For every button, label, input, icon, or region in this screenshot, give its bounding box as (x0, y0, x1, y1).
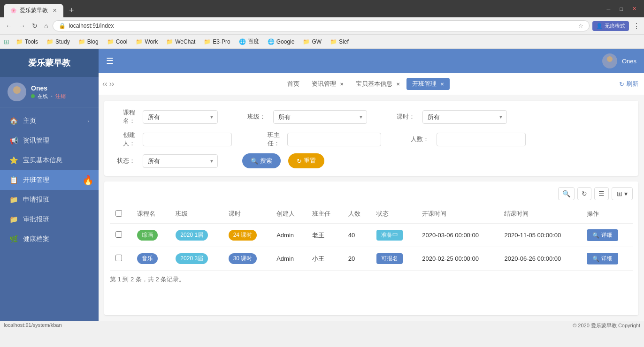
bookmark-work[interactable]: 📁 Work (132, 38, 161, 46)
course-filter-label: 课程名： (112, 108, 135, 125)
header-username: Ones (622, 58, 636, 65)
cell-start-0: 2020-03-06 00:00:00 (416, 223, 498, 247)
breadcrumb-back-button[interactable]: ‹‹ (102, 80, 107, 88)
table-toolbar: 🔍 ↻ ☰ ⊞ ▾ (110, 187, 633, 200)
bookmark-tools[interactable]: 📁 Tools (12, 38, 42, 46)
class-filter-label: 班级： (242, 113, 266, 121)
news-icon: 📢 (9, 136, 18, 145)
col-course: 课程名 (131, 205, 170, 223)
status-label: 在线 (38, 93, 48, 100)
bookmark-slef[interactable]: 📁 Slef (326, 38, 353, 46)
teacher-input[interactable] (287, 133, 381, 146)
tab-close-icon[interactable]: ✕ (53, 8, 57, 14)
select-all-checkbox[interactable] (115, 210, 122, 217)
reset-button[interactable]: ↻ 重置 (288, 153, 324, 168)
close-button[interactable]: ✕ (629, 5, 640, 13)
bookmark-google[interactable]: 🌐 Google (264, 38, 299, 46)
menu-label: 审批报班 (23, 215, 49, 224)
list-view-button[interactable]: ☰ (594, 187, 609, 200)
reload-button[interactable]: ↻ (30, 21, 39, 30)
bookmark-label: Blog (87, 38, 99, 45)
course-select[interactable]: 所有 (143, 110, 218, 124)
home-icon: 🏠 (9, 117, 18, 125)
bookmark-label: E3-Pro (213, 38, 230, 45)
browser-tab[interactable]: 🌸 爱乐蒙早教 ✕ (4, 4, 63, 17)
detail-button-0[interactable]: 🔍详细 (587, 229, 618, 241)
sidebar-item-apply[interactable]: 📁 申请报班 (0, 190, 99, 210)
class-select[interactable]: 所有 (273, 110, 367, 124)
lesson-tag-1: 30 课时 (229, 253, 257, 264)
row-checkbox-0[interactable] (115, 231, 122, 238)
count-input[interactable] (437, 133, 526, 146)
bookmark-baidu[interactable]: 🌐 百度 (235, 37, 263, 46)
cell-end-1: 2020-06-26 00:00:00 (498, 247, 581, 271)
refresh-tool-button[interactable]: ↻ (577, 187, 591, 200)
class-select-wrap: 所有 (273, 110, 367, 124)
sidebar-item-health[interactable]: 🌿 健康档案 (0, 229, 99, 249)
reset-btn-label: 重置 (304, 157, 316, 165)
breadcrumb-baby[interactable]: 宝贝基本信息 ✕ (350, 78, 406, 90)
col-status: 状态 (371, 205, 416, 223)
lesson-select[interactable]: 所有 (422, 110, 507, 124)
browser-menu-icon[interactable]: ⋮ (633, 22, 640, 30)
back-button[interactable]: ← (4, 21, 14, 30)
grid-view-button[interactable]: ⊞ ▾ (612, 187, 633, 200)
bookmark-gw[interactable]: 📁 GW (299, 38, 325, 46)
sidebar-item-class[interactable]: 📋 开班管理 🔥 (0, 170, 99, 190)
logout-button[interactable]: 注销 (55, 93, 66, 100)
bookmark-study[interactable]: 📁 Study (43, 38, 74, 46)
svg-point-3 (605, 63, 614, 68)
sidebar-user-section: Ones 在线 • 注销 (0, 77, 99, 107)
breadcrumb-news[interactable]: 资讯管理 ✕ (306, 78, 349, 90)
bookmark-wechat[interactable]: 📁 WeChat (162, 38, 199, 46)
breadcrumb-baby-close-icon[interactable]: ✕ (396, 82, 400, 87)
cell-action-1: 🔍详细 (581, 247, 633, 271)
status-select[interactable]: 所有 (143, 154, 218, 168)
bookmark-star-icon[interactable]: ☆ (578, 23, 583, 29)
tab-favicon: 🌸 (10, 8, 17, 14)
new-tab-button[interactable]: + (65, 4, 78, 17)
bookmark-e3pro[interactable]: 📁 E3-Pro (200, 38, 234, 46)
minimize-button[interactable]: ─ (603, 5, 614, 13)
fire-icon: 🔥 (82, 174, 94, 186)
svg-point-0 (13, 86, 21, 94)
bookmark-blog[interactable]: 📁 Blog (75, 38, 102, 46)
cell-status-0: 准备中 (371, 223, 416, 247)
status-filter-label: 状态： (112, 157, 135, 165)
breadcrumb-news-label: 资讯管理 (312, 80, 336, 88)
folder-icon: 📁 (166, 38, 173, 45)
bookmark-label: Tools (25, 38, 38, 45)
maximize-button[interactable]: □ (616, 5, 627, 13)
health-icon: 🌿 (9, 235, 18, 243)
cell-course-1: 音乐 (131, 247, 170, 271)
refresh-button[interactable]: ↻ 刷新 (613, 77, 644, 91)
apply-icon: 📁 (9, 196, 18, 204)
search-button[interactable]: 🔍 搜索 (242, 153, 281, 168)
bookmarks-apps-icon[interactable]: ⊞ (4, 38, 9, 45)
search-tool-button[interactable]: 🔍 (558, 187, 575, 200)
sidebar-item-approve[interactable]: 📁 审批报班 (0, 210, 99, 229)
hamburger-icon[interactable]: ☰ (106, 56, 114, 66)
breadcrumb-class-close-icon[interactable]: ✕ (440, 82, 444, 87)
breadcrumb-news-close-icon[interactable]: ✕ (340, 82, 344, 87)
breadcrumb-home[interactable]: 首页 (282, 78, 305, 90)
cell-start-1: 2020-02-25 00:00:00 (416, 247, 498, 271)
incognito-icon: 👤 (596, 23, 603, 29)
forward-button[interactable]: → (17, 21, 27, 30)
status-select-wrap: 所有 (143, 154, 218, 168)
incognito-button[interactable]: 👤 无痕模式 (592, 21, 629, 31)
bookmark-cool[interactable]: 📁 Cool (103, 38, 131, 46)
sidebar-item-baby[interactable]: ⭐ 宝贝基本信息 (0, 151, 99, 170)
bookmark-label: 百度 (248, 38, 259, 45)
breadcrumb-class[interactable]: 开班管理 ✕ (406, 78, 450, 90)
detail-button-1[interactable]: 🔍详细 (587, 253, 618, 264)
security-icon: 🔒 (59, 23, 66, 29)
class-tag-0: 2020 1届 (176, 230, 208, 241)
home-button[interactable]: ⌂ (42, 21, 50, 30)
creator-input[interactable] (143, 133, 232, 146)
breadcrumb-forward-button[interactable]: ›› (109, 80, 115, 88)
table-section: 🔍 ↻ ☰ ⊞ ▾ 课程名 班级 课时 创建人 班主任 (104, 181, 638, 315)
sidebar-item-news[interactable]: 📢 资讯管理 (0, 131, 99, 151)
row-checkbox-1[interactable] (115, 255, 122, 261)
sidebar-item-home[interactable]: 🏠 主页 › (0, 111, 99, 131)
